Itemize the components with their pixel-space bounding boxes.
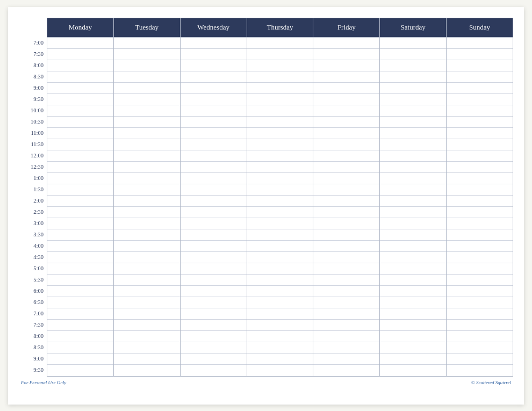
time-slot[interactable] xyxy=(447,128,513,139)
time-slot[interactable] xyxy=(313,71,379,83)
time-slot[interactable] xyxy=(247,162,313,173)
time-slot[interactable] xyxy=(447,83,513,94)
time-slot[interactable] xyxy=(447,286,513,297)
time-slot[interactable] xyxy=(313,365,379,376)
time-slot[interactable] xyxy=(114,218,180,229)
time-slot[interactable] xyxy=(447,94,513,105)
time-slot[interactable] xyxy=(47,38,113,49)
time-slot[interactable] xyxy=(380,263,446,275)
time-slot[interactable] xyxy=(114,150,180,162)
time-slot[interactable] xyxy=(447,184,513,196)
time-slot[interactable] xyxy=(380,196,446,207)
time-slot[interactable] xyxy=(447,365,513,376)
time-slot[interactable] xyxy=(247,275,313,286)
time-slot[interactable] xyxy=(313,207,379,218)
time-slot[interactable] xyxy=(380,173,446,184)
time-slot[interactable] xyxy=(313,252,379,263)
time-slot[interactable] xyxy=(380,218,446,229)
time-slot[interactable] xyxy=(47,184,113,196)
time-slot[interactable] xyxy=(380,241,446,252)
time-slot[interactable] xyxy=(447,105,513,117)
time-slot[interactable] xyxy=(247,308,313,320)
time-slot[interactable] xyxy=(181,196,247,207)
time-slot[interactable] xyxy=(247,218,313,229)
time-slot[interactable] xyxy=(447,252,513,263)
time-slot[interactable] xyxy=(181,128,247,139)
time-slot[interactable] xyxy=(447,342,513,354)
time-slot[interactable] xyxy=(313,150,379,162)
time-slot[interactable] xyxy=(447,196,513,207)
time-slot[interactable] xyxy=(247,173,313,184)
time-slot[interactable] xyxy=(114,117,180,128)
time-slot[interactable] xyxy=(181,229,247,241)
time-slot[interactable] xyxy=(47,218,113,229)
time-slot[interactable] xyxy=(181,252,247,263)
time-slot[interactable] xyxy=(181,117,247,128)
time-slot[interactable] xyxy=(247,331,313,342)
time-slot[interactable] xyxy=(114,252,180,263)
time-slot[interactable] xyxy=(380,49,446,60)
time-slot[interactable] xyxy=(247,83,313,94)
time-slot[interactable] xyxy=(114,94,180,105)
time-slot[interactable] xyxy=(380,71,446,83)
time-slot[interactable] xyxy=(181,71,247,83)
time-slot[interactable] xyxy=(380,331,446,342)
time-slot[interactable] xyxy=(447,150,513,162)
time-slot[interactable] xyxy=(313,241,379,252)
time-slot[interactable] xyxy=(447,320,513,331)
time-slot[interactable] xyxy=(247,320,313,331)
time-slot[interactable] xyxy=(114,38,180,49)
time-slot[interactable] xyxy=(181,83,247,94)
time-slot[interactable] xyxy=(313,286,379,297)
time-slot[interactable] xyxy=(380,162,446,173)
time-slot[interactable] xyxy=(181,365,247,376)
time-slot[interactable] xyxy=(447,308,513,320)
time-slot[interactable] xyxy=(47,275,113,286)
time-slot[interactable] xyxy=(47,320,113,331)
time-slot[interactable] xyxy=(181,275,247,286)
time-slot[interactable] xyxy=(114,342,180,354)
time-slot[interactable] xyxy=(114,83,180,94)
time-slot[interactable] xyxy=(313,297,379,308)
time-slot[interactable] xyxy=(47,241,113,252)
time-slot[interactable] xyxy=(47,331,113,342)
time-slot[interactable] xyxy=(47,162,113,173)
time-slot[interactable] xyxy=(313,320,379,331)
time-slot[interactable] xyxy=(181,105,247,117)
time-slot[interactable] xyxy=(247,139,313,150)
time-slot[interactable] xyxy=(447,263,513,275)
time-slot[interactable] xyxy=(313,60,379,71)
time-slot[interactable] xyxy=(447,162,513,173)
time-slot[interactable] xyxy=(114,297,180,308)
time-slot[interactable] xyxy=(380,117,446,128)
time-slot[interactable] xyxy=(247,60,313,71)
time-slot[interactable] xyxy=(181,150,247,162)
time-slot[interactable] xyxy=(247,128,313,139)
time-slot[interactable] xyxy=(313,229,379,241)
time-slot[interactable] xyxy=(247,184,313,196)
time-slot[interactable] xyxy=(247,150,313,162)
time-slot[interactable] xyxy=(447,139,513,150)
time-slot[interactable] xyxy=(447,60,513,71)
time-slot[interactable] xyxy=(313,275,379,286)
time-slot[interactable] xyxy=(114,105,180,117)
time-slot[interactable] xyxy=(47,71,113,83)
time-slot[interactable] xyxy=(447,173,513,184)
time-slot[interactable] xyxy=(47,105,113,117)
time-slot[interactable] xyxy=(247,286,313,297)
time-slot[interactable] xyxy=(114,275,180,286)
time-slot[interactable] xyxy=(247,71,313,83)
time-slot[interactable] xyxy=(447,354,513,365)
time-slot[interactable] xyxy=(47,128,113,139)
time-slot[interactable] xyxy=(181,207,247,218)
time-slot[interactable] xyxy=(114,184,180,196)
time-slot[interactable] xyxy=(380,342,446,354)
time-slot[interactable] xyxy=(47,94,113,105)
time-slot[interactable] xyxy=(114,241,180,252)
time-slot[interactable] xyxy=(47,49,113,60)
time-slot[interactable] xyxy=(247,117,313,128)
time-slot[interactable] xyxy=(380,184,446,196)
time-slot[interactable] xyxy=(447,49,513,60)
time-slot[interactable] xyxy=(114,365,180,376)
time-slot[interactable] xyxy=(247,241,313,252)
